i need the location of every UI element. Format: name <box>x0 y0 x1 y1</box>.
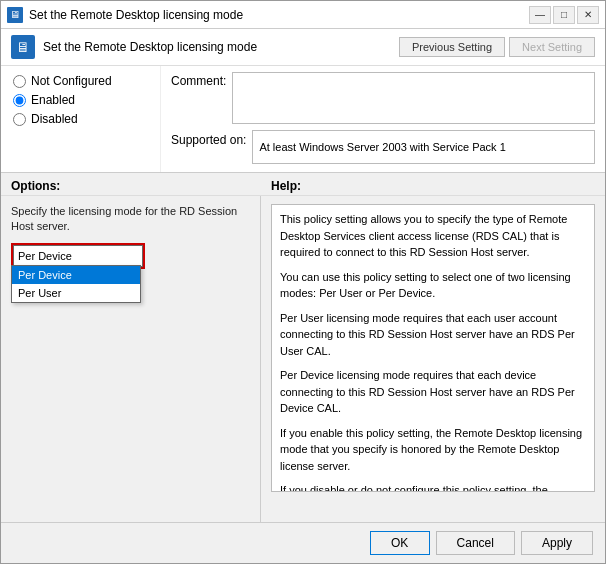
maximize-button[interactable]: □ <box>553 6 575 24</box>
radio-not-configured-label: Not Configured <box>31 74 112 88</box>
radio-enabled-input[interactable] <box>13 94 26 107</box>
header-title: Set the Remote Desktop licensing mode <box>43 40 391 54</box>
help-para-4: Per Device licensing mode requires that … <box>280 367 586 417</box>
comment-label: Comment: <box>171 72 226 88</box>
radio-disabled-label: Disabled <box>31 112 78 126</box>
help-para-1: This policy setting allows you to specif… <box>280 211 586 261</box>
help-content: This policy setting allows you to specif… <box>271 204 595 492</box>
dropdown-container: Per Device Per User Per Device Per User <box>11 243 250 269</box>
help-para-3: Per User licensing mode requires that ea… <box>280 310 586 360</box>
help-header: Help: <box>271 179 595 193</box>
previous-setting-button[interactable]: Previous Setting <box>399 37 505 57</box>
help-para-6: If you disable or do not configure this … <box>280 482 586 492</box>
header-bar: 🖥 Set the Remote Desktop licensing mode … <box>1 29 605 66</box>
dropdown-item-per-user[interactable]: Per User <box>12 284 140 302</box>
header-buttons: Previous Setting Next Setting <box>399 37 595 57</box>
help-panel: This policy setting allows you to specif… <box>261 196 605 522</box>
dropdown-item-per-device[interactable]: Per Device <box>12 266 140 284</box>
comment-row: Comment: <box>161 66 605 130</box>
header-icon: 🖥 <box>11 35 35 59</box>
help-title: Help: <box>271 179 301 193</box>
options-panel: Specify the licensing mode for the RD Se… <box>1 196 261 522</box>
radio-disabled[interactable]: Disabled <box>13 112 148 126</box>
title-bar: 🖥 Set the Remote Desktop licensing mode … <box>1 1 605 29</box>
right-info: Comment: Supported on: At least Windows … <box>161 66 605 172</box>
help-para-2: You can use this policy setting to selec… <box>280 269 586 302</box>
radio-not-configured[interactable]: Not Configured <box>13 74 148 88</box>
title-controls: — □ ✕ <box>529 6 599 24</box>
cancel-button[interactable]: Cancel <box>436 531 515 555</box>
title-bar-left: 🖥 Set the Remote Desktop licensing mode <box>7 7 243 23</box>
main-window: 🖥 Set the Remote Desktop licensing mode … <box>0 0 606 564</box>
radio-enabled[interactable]: Enabled <box>13 93 148 107</box>
radio-group: Not Configured Enabled Disabled <box>1 66 161 172</box>
help-para-5: If you enable this policy setting, the R… <box>280 425 586 475</box>
radio-disabled-input[interactable] <box>13 113 26 126</box>
window-icon: 🖥 <box>7 7 23 23</box>
supported-text: At least Windows Server 2003 with Servic… <box>259 141 505 153</box>
footer: OK Cancel Apply <box>1 522 605 563</box>
options-description: Specify the licensing mode for the RD Se… <box>11 204 250 235</box>
options-header: Options: <box>11 179 271 193</box>
panel-headers: Options: Help: <box>1 173 605 195</box>
radio-enabled-label: Enabled <box>31 93 75 107</box>
supported-value: At least Windows Server 2003 with Servic… <box>252 130 595 164</box>
ok-button[interactable]: OK <box>370 531 430 555</box>
comment-textarea[interactable] <box>232 72 595 124</box>
radio-not-configured-input[interactable] <box>13 75 26 88</box>
options-title: Options: <box>11 179 60 193</box>
minimize-button[interactable]: — <box>529 6 551 24</box>
licensing-mode-select[interactable]: Per Device Per User <box>13 245 143 267</box>
supported-row: Supported on: At least Windows Server 20… <box>161 130 605 172</box>
next-setting-button[interactable]: Next Setting <box>509 37 595 57</box>
window-title: Set the Remote Desktop licensing mode <box>29 8 243 22</box>
main-area: Specify the licensing mode for the RD Se… <box>1 195 605 522</box>
close-button[interactable]: ✕ <box>577 6 599 24</box>
supported-label: Supported on: <box>171 130 246 147</box>
dropdown-open-list: Per Device Per User <box>11 265 141 303</box>
apply-button[interactable]: Apply <box>521 531 593 555</box>
config-area: Not Configured Enabled Disabled Comment:… <box>1 66 605 173</box>
